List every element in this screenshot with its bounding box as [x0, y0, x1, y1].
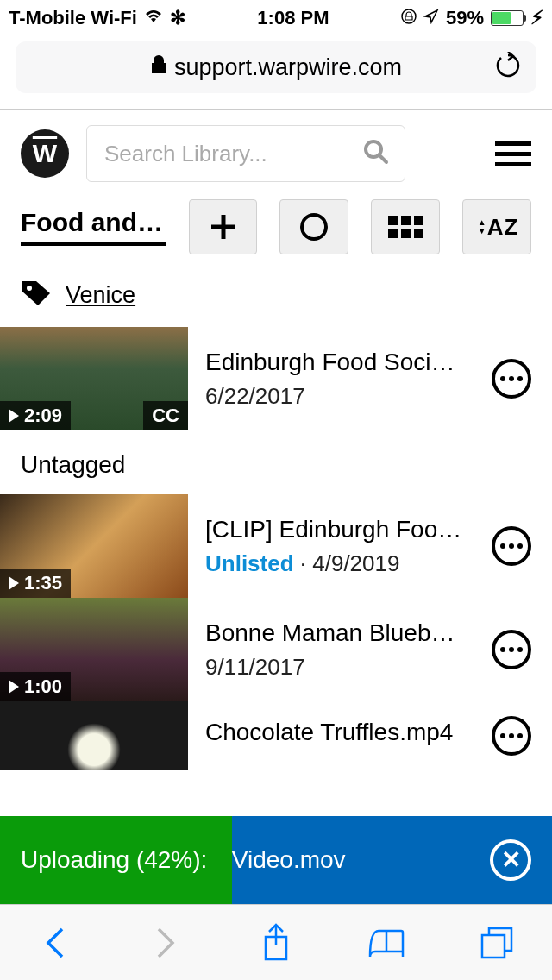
- ellipsis-icon: [500, 647, 523, 652]
- svg-line-2: [380, 155, 386, 162]
- more-options-button[interactable]: [492, 359, 531, 399]
- duration-badge: 1:35: [0, 569, 71, 598]
- cc-badge: CC: [143, 401, 188, 430]
- play-icon: [9, 576, 19, 590]
- battery-percent: 59%: [446, 7, 484, 29]
- record-button[interactable]: [279, 199, 348, 254]
- play-icon: [9, 409, 19, 423]
- video-thumbnail[interactable]: 2:09 CC: [0, 327, 188, 430]
- url-text: support.warpwire.com: [174, 54, 402, 81]
- loading-icon: ✻: [170, 7, 185, 29]
- duration-badge: 1:00: [0, 672, 71, 701]
- tag-link[interactable]: Venice: [66, 282, 135, 309]
- time-label: 1:08 PM: [257, 7, 329, 29]
- lock-icon: [150, 54, 167, 81]
- add-button[interactable]: [189, 199, 258, 254]
- share-button[interactable]: [242, 917, 310, 969]
- upload-progress-bar: Uploading (42%): Video.mov ✕: [0, 816, 552, 904]
- tag-icon: [21, 280, 52, 310]
- upload-label-right: Video.mov: [232, 846, 346, 874]
- video-item[interactable]: 2:09 CC Edinburgh Food Soci… 6/22/2017: [0, 327, 552, 430]
- video-date: 4/9/2019: [312, 550, 399, 576]
- upload-progress-remaining: Video.mov ✕: [232, 816, 552, 904]
- bookmarks-button[interactable]: [352, 917, 421, 969]
- tag-row: Venice: [0, 254, 552, 327]
- video-item[interactable]: 1:00 Bonne Maman Blueb… 9/11/2017: [0, 598, 552, 701]
- section-header: Untagged: [0, 430, 552, 494]
- menu-button[interactable]: [495, 141, 531, 166]
- sort-button[interactable]: ▲▼AZ: [462, 199, 531, 254]
- video-title: [CLIP] Edinburgh Foo…: [205, 516, 474, 543]
- sort-az-icon: ▲▼AZ: [476, 214, 518, 241]
- more-options-button[interactable]: [492, 630, 531, 669]
- video-title: Bonne Maman Blueb…: [205, 619, 474, 647]
- close-icon: ✕: [501, 848, 521, 872]
- grid-view-button[interactable]: [371, 199, 440, 254]
- rotation-lock-icon: [401, 7, 417, 29]
- video-item[interactable]: Chocolate Truffles.mp4: [0, 701, 552, 770]
- ellipsis-icon: [500, 543, 523, 549]
- search-box[interactable]: [86, 125, 405, 182]
- category-toolbar: Food and … ▲▼AZ: [0, 199, 552, 254]
- svg-rect-9: [482, 935, 505, 958]
- svg-point-5: [27, 286, 32, 291]
- category-title[interactable]: Food and …: [21, 208, 166, 246]
- reload-icon[interactable]: [495, 52, 521, 83]
- video-title: Edinburgh Food Soci…: [205, 349, 474, 376]
- video-meta: Unlisted · 4/9/2019: [205, 550, 474, 577]
- tabs-button[interactable]: [462, 917, 531, 969]
- ellipsis-icon: [500, 376, 523, 381]
- wifi-icon: [144, 7, 163, 29]
- video-item[interactable]: 1:35 [CLIP] Edinburgh Foo… Unlisted · 4/…: [0, 494, 552, 598]
- ios-status-bar: T-Mobile Wi-Fi ✻ 1:08 PM 59% ⚡︎: [0, 0, 552, 36]
- video-thumbnail[interactable]: 1:00: [0, 598, 188, 701]
- upload-progress-fill: Uploading (42%):: [0, 816, 232, 904]
- video-thumbnail[interactable]: 1:35: [0, 494, 188, 598]
- back-button[interactable]: [21, 917, 90, 969]
- search-icon[interactable]: [363, 139, 389, 168]
- video-date: 6/22/2017: [205, 383, 474, 410]
- search-input[interactable]: [104, 141, 387, 167]
- circle-icon: [300, 213, 328, 241]
- more-options-button[interactable]: [492, 526, 531, 566]
- cancel-upload-button[interactable]: ✕: [490, 839, 531, 881]
- video-title: Chocolate Truffles.mp4: [205, 719, 474, 746]
- video-date: 9/11/2017: [205, 654, 474, 681]
- play-icon: [9, 680, 19, 694]
- duration-badge: 2:09: [0, 401, 71, 430]
- charging-icon: ⚡︎: [530, 7, 543, 29]
- browser-toolbar: [0, 904, 552, 980]
- video-thumbnail[interactable]: [0, 701, 188, 770]
- upload-label-left: Uploading (42%):: [21, 846, 207, 874]
- app-header: W: [0, 110, 552, 199]
- status-badge: Unlisted: [205, 550, 294, 576]
- more-options-button[interactable]: [492, 716, 531, 756]
- battery-icon: [491, 10, 524, 26]
- browser-url-bar[interactable]: support.warpwire.com: [16, 41, 536, 93]
- grid-icon: [388, 216, 423, 238]
- location-icon: [423, 7, 439, 29]
- ellipsis-icon: [500, 733, 523, 738]
- forward-button[interactable]: [131, 917, 200, 969]
- carrier-label: T-Mobile Wi-Fi: [9, 7, 137, 29]
- app-logo[interactable]: W: [21, 129, 69, 178]
